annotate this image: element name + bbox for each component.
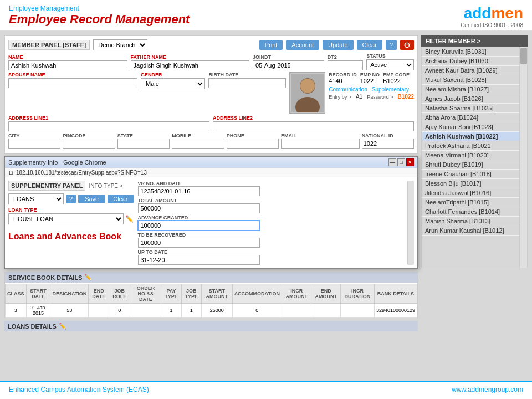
info-type-select[interactable]: LOANS <box>8 193 64 204</box>
list-item[interactable]: Abha Arora [B1024] <box>422 113 519 122</box>
info-type-label: INFO TYPE > <box>89 183 122 189</box>
help-button[interactable]: ? <box>386 40 397 50</box>
cell-designation: 53 <box>50 304 89 318</box>
joindt-input[interactable] <box>253 60 324 70</box>
state-input[interactable] <box>117 139 170 149</box>
to-be-recovered-input[interactable] <box>138 238 260 248</box>
member-list[interactable]: Bincy Kuruvila [B1031]Archana Dubey [B10… <box>422 47 519 268</box>
list-item[interactable]: Prateek Asthana [B1021] <box>422 141 519 151</box>
advance-granted-input[interactable] <box>138 221 260 231</box>
total-amount-label: TOTAL AMOUNT <box>138 198 403 203</box>
scrollbar-track[interactable] <box>519 47 527 268</box>
list-item[interactable]: Blesson Biju [B1017] <box>422 179 519 188</box>
logo: addmen <box>464 4 523 22</box>
national-id-group: NATIONAL ID <box>362 133 414 149</box>
col-class: CLASS <box>6 284 27 304</box>
communication-link[interactable]: Communication <box>329 86 367 93</box>
update-button[interactable]: Update <box>323 40 353 50</box>
vr-input[interactable] <box>138 186 260 196</box>
mobile-input[interactable] <box>172 139 224 149</box>
save-button[interactable]: Save <box>78 195 105 203</box>
member-panel-title: MEMBER PANEL [STAFF] <box>8 40 90 50</box>
list-item[interactable]: Charlott Fernandes [B1014] <box>422 207 519 217</box>
list-item[interactable]: Shruti Dubey [B1019] <box>422 160 519 170</box>
restore-button[interactable]: □ <box>397 158 405 166</box>
phone-input[interactable] <box>227 139 279 149</box>
list-item[interactable]: NeelamTripathi [B1015] <box>422 198 519 207</box>
address2-input[interactable] <box>213 121 414 131</box>
dt2-input[interactable] <box>328 60 363 70</box>
list-item[interactable]: Jitendra Jaiswal [B1016] <box>422 188 519 198</box>
address1-input[interactable] <box>8 121 209 131</box>
gender-select[interactable]: Male <box>141 78 205 89</box>
spouse-input[interactable] <box>8 78 137 88</box>
up-to-date-input[interactable] <box>138 255 260 265</box>
print-button[interactable]: Print <box>259 40 283 50</box>
phone-group: PHONE <box>227 133 279 149</box>
email-input[interactable] <box>281 139 360 149</box>
branch-select[interactable]: Demo Branch <box>93 39 147 50</box>
joindt-group: JOINDT <box>253 54 324 70</box>
password-link[interactable]: Password > <box>367 94 393 100</box>
close-button[interactable]: ✕ <box>406 158 414 166</box>
cell-start-amount: 25000 <box>202 304 233 318</box>
cell-order <box>130 304 161 318</box>
entry-by-link[interactable]: Entry by > <box>329 94 351 100</box>
col-job-role: JOB ROLE <box>109 284 130 304</box>
name-input[interactable] <box>8 60 127 70</box>
edit-service-icon[interactable]: ✏️ <box>84 274 92 281</box>
list-item[interactable]: Ireene Chauhan [B1018] <box>422 170 519 179</box>
birth-input[interactable] <box>208 78 286 88</box>
list-item[interactable]: Mukul Saxena [B1028] <box>422 75 519 85</box>
popup-url-bar: 🗋 182.18.160.181/testecas/EntrySupp.aspx… <box>5 168 417 177</box>
address1-group: ADDRESS LINE1 <box>8 115 209 131</box>
loan-type-select[interactable]: HOUSE LOAN <box>8 213 124 224</box>
list-item[interactable]: Manish Sharma [B1013] <box>422 217 519 226</box>
account-button[interactable]: Account <box>286 40 319 50</box>
clear-button[interactable]: Clear <box>357 40 382 50</box>
list-item[interactable]: Meena Virmani [B1020] <box>422 151 519 160</box>
city-input[interactable] <box>8 139 60 149</box>
list-item[interactable]: Ajay Kumar Soni [B1023] <box>422 122 519 132</box>
clear-popup-button[interactable]: Clear <box>108 195 133 203</box>
minimize-button[interactable]: — <box>388 158 396 166</box>
list-item[interactable]: Arun Kumar Kaushal [B1012] <box>422 226 519 236</box>
list-item[interactable]: Neelam Mishra [B1027] <box>422 85 519 94</box>
list-item[interactable]: Natasha Sharma [B1025] <box>422 104 519 113</box>
emp-code-group: EMP CODE B1022 <box>383 72 410 84</box>
entry-password-row: Entry by > A1 Password > B1022 <box>329 94 414 100</box>
pincode-input[interactable] <box>63 139 115 149</box>
status-select[interactable]: Active <box>366 59 414 70</box>
filter-header[interactable]: FILTER MEMBER > <box>421 35 528 47</box>
emp-no-label: EMP NO <box>360 72 380 78</box>
cell-end-date <box>89 304 109 318</box>
cell-bank-details: 32940100000129 <box>374 304 417 318</box>
national-id-input[interactable] <box>362 139 414 149</box>
loan-type-label: LOAN TYPE <box>8 207 134 213</box>
list-item[interactable]: Bincy Kuruvila [B1031] <box>422 47 519 57</box>
emp-code-value: B1022 <box>383 78 410 84</box>
supplementary-link[interactable]: Supplementary <box>372 86 409 93</box>
cell-pay-type: 1 <box>161 304 181 318</box>
edit-loans-icon[interactable]: ✏️ <box>59 323 66 330</box>
loans-details-bar: LOANS DETAILS ✏️ <box>4 321 418 331</box>
pincode-label: PINCODE <box>63 133 115 139</box>
popup-scrollbar[interactable] <box>407 181 414 265</box>
father-input[interactable] <box>131 60 250 70</box>
question-button[interactable]: ? <box>66 195 76 203</box>
main-content: MEMBER PANEL [STAFF] Demo Branch Print A… <box>0 31 532 381</box>
up-to-date-group: UP TO DATE <box>138 249 403 265</box>
list-item[interactable]: Ashish Kushwah [B1022] <box>422 132 519 141</box>
scrollbar-thumb[interactable] <box>520 48 527 64</box>
logo-men: men <box>491 4 523 22</box>
gender-group: GENDER Male <box>141 72 205 89</box>
list-item[interactable]: Agnes Jacob [B1026] <box>422 94 519 104</box>
power-button[interactable]: ⏻ <box>400 40 414 50</box>
list-item[interactable]: Archana Dubey [B1030] <box>422 57 519 66</box>
emp-code-label: EMP CODE <box>383 72 410 78</box>
list-item[interactable]: Avneet Kaur Batra [B1029] <box>422 66 519 75</box>
father-group: FATHER NAME <box>131 54 250 70</box>
name-group: NAME <box>8 54 127 70</box>
total-amount-input[interactable] <box>138 203 260 213</box>
popup-titlebar: Supplementry Info - Google Chrome — □ ✕ <box>5 157 417 168</box>
